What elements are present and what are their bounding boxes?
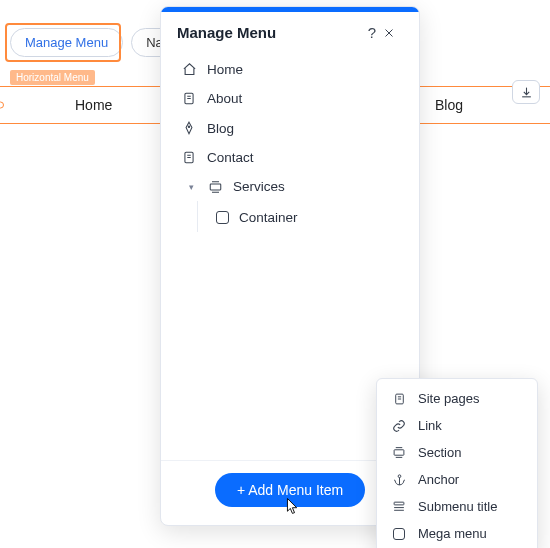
square-icon xyxy=(216,211,229,224)
svg-point-6 xyxy=(398,474,401,477)
element-type-badge: Horizontal Menu xyxy=(10,70,95,85)
submenu-children: Container xyxy=(197,201,411,232)
flyout-option-anchor[interactable]: Anchor xyxy=(377,466,537,493)
panel-header: Manage Menu ? xyxy=(161,12,419,49)
question-icon: ? xyxy=(368,24,376,41)
menu-item-home[interactable]: Home xyxy=(169,55,411,84)
flyout-option-label: Section xyxy=(418,445,461,460)
square-icon xyxy=(391,528,407,540)
home-icon xyxy=(181,62,197,77)
nav-item-blog[interactable]: Blog xyxy=(435,97,463,113)
manage-menu-button[interactable]: Manage Menu xyxy=(10,28,123,57)
menu-item-label: Blog xyxy=(207,121,234,136)
context-toolbar: Manage Menu Na xyxy=(10,28,178,57)
flyout-option-label: Site pages xyxy=(418,391,479,406)
svg-rect-7 xyxy=(394,502,404,505)
menu-item-container[interactable]: Container xyxy=(208,205,411,230)
svg-point-1 xyxy=(188,126,189,127)
menu-item-label: Services xyxy=(233,179,285,194)
resize-handle-left[interactable] xyxy=(0,102,4,109)
menu-item-services[interactable]: ▾ Services xyxy=(169,172,411,201)
flyout-option-site-pages[interactable]: Site pages xyxy=(377,385,537,412)
section-icon xyxy=(391,446,407,459)
flyout-option-label: Link xyxy=(418,418,442,433)
close-icon xyxy=(383,27,395,39)
flyout-option-label: Anchor xyxy=(418,472,459,487)
flyout-option-label: Mega menu xyxy=(418,526,487,541)
pen-icon xyxy=(181,120,197,136)
chevron-down-icon: ▾ xyxy=(189,182,199,192)
menu-item-label: Home xyxy=(207,62,243,77)
page-icon xyxy=(181,91,197,106)
cursor-pointer-icon xyxy=(283,497,300,517)
close-button[interactable] xyxy=(383,27,405,39)
svg-rect-5 xyxy=(394,450,404,455)
menu-item-label: About xyxy=(207,91,242,106)
flyout-option-label: Submenu title xyxy=(418,499,498,514)
help-button[interactable]: ? xyxy=(361,24,383,41)
add-menu-item-button[interactable]: + Add Menu Item xyxy=(215,473,365,507)
menu-item-blog[interactable]: Blog xyxy=(169,113,411,143)
section-icon xyxy=(207,180,223,194)
flyout-option-section[interactable]: Section xyxy=(377,439,537,466)
page-icon xyxy=(181,150,197,165)
flyout-option-submenu-title[interactable]: Submenu title xyxy=(377,493,537,520)
download-icon xyxy=(520,86,533,99)
flyout-option-mega-menu[interactable]: Mega menu xyxy=(377,520,537,547)
menu-item-label: Contact xyxy=(207,150,254,165)
link-icon xyxy=(391,419,407,433)
add-button-label: + Add Menu Item xyxy=(237,482,343,498)
flyout-option-link[interactable]: Link xyxy=(377,412,537,439)
download-icon-button[interactable] xyxy=(512,80,540,104)
panel-title: Manage Menu xyxy=(177,24,361,41)
nav-item-home[interactable]: Home xyxy=(75,97,112,113)
submenu-title-icon xyxy=(391,500,407,513)
svg-rect-3 xyxy=(210,184,221,190)
menu-item-contact[interactable]: Contact xyxy=(169,143,411,172)
add-item-flyout: Site pages Link Section Anchor Submenu t… xyxy=(376,378,538,548)
anchor-icon xyxy=(391,473,407,487)
menu-item-about[interactable]: About xyxy=(169,84,411,113)
menu-item-label: Container xyxy=(239,210,298,225)
page-icon xyxy=(391,392,407,406)
